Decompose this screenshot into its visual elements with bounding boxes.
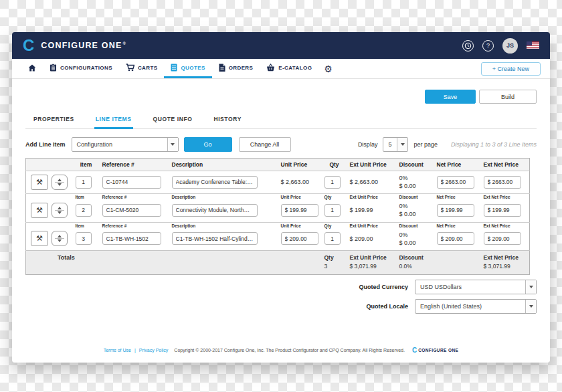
net-price-input[interactable] [437, 204, 474, 217]
add-line-item-select[interactable]: Configuration [72, 137, 179, 152]
tab-properties[interactable]: PROPERTIES [32, 112, 76, 129]
nav-carts[interactable]: CARTS [119, 59, 165, 78]
ext-unit-price-value: $ 209.00 [350, 235, 373, 242]
per-page-select[interactable]: 5 [383, 137, 408, 152]
item-number-input[interactable] [76, 232, 92, 245]
quote-detail-content: Save Build PROPERTIES LINE ITEMS QUOTE I… [12, 79, 550, 363]
clock-icon[interactable] [462, 40, 474, 52]
per-page-value: 5 [383, 141, 397, 148]
chevron-down-icon [167, 138, 178, 151]
quoted-locale-select[interactable]: English (United States) [415, 299, 537, 314]
help-icon[interactable]: ? [482, 40, 494, 52]
settings-gear-icon[interactable]: ⚙ [318, 59, 338, 78]
qty-input[interactable] [324, 204, 341, 217]
footer-logo-text: CONFIGURE ONE [418, 348, 458, 353]
mini-col-description: Description [169, 194, 278, 200]
us-flag-icon[interactable] [527, 39, 539, 52]
chevron-down-icon [525, 300, 536, 313]
tab-line-items[interactable]: LINE ITEMS [94, 112, 133, 129]
mini-col-unit-price: Unit Price [278, 194, 322, 200]
totals-ext-unit-price: Ext Unit Price$ 3,071.99 [347, 250, 397, 274]
col-ext-net-price: Ext Net Price [481, 159, 530, 171]
ext-net-price-input[interactable] [484, 204, 521, 217]
unit-price-input[interactable] [281, 232, 318, 245]
description-input[interactable] [172, 176, 258, 189]
footer-logo-icon: C [412, 347, 417, 354]
ext-unit-price-value: $ 2,663.00 [350, 179, 379, 185]
nav-label: E-CATALOG [278, 65, 312, 71]
unit-price-input[interactable] [281, 204, 318, 217]
actions-column-header [26, 159, 73, 171]
row-tools-icon[interactable]: ⚒ [31, 203, 48, 218]
tab-history[interactable]: HISTORY [212, 112, 243, 129]
qty-input[interactable] [324, 176, 341, 189]
row-tools-icon[interactable]: ⚒ [31, 175, 48, 190]
line-item-row-2: ⚒ $ 199.99 0%$ 0.00 [26, 199, 530, 222]
registered-mark: ® [123, 41, 127, 45]
repeat-header-row: Item Reference # Description Unit Price … [26, 194, 530, 200]
discount-value: 0%$ 0.00 [399, 174, 432, 190]
quotes-icon [171, 64, 177, 72]
totals-ext-net-price: Ext Net Price$ 3,071.99 [481, 250, 530, 274]
ext-unit-price-value: $ 199.99 [350, 207, 373, 213]
mini-col-ext-unit-price: Ext Unit Price [347, 194, 397, 200]
displaying-status: Displaying 1 to 3 of 3 Line Items [451, 141, 537, 148]
reference-input[interactable] [102, 232, 161, 245]
row-reorder-stepper[interactable] [52, 175, 68, 190]
item-number-input[interactable] [76, 176, 92, 189]
mini-col-description: Description [169, 222, 278, 228]
reference-input[interactable] [102, 204, 161, 217]
reference-input[interactable] [102, 176, 161, 189]
row-reorder-stepper[interactable] [52, 231, 68, 246]
col-unit-price: Unit Price [278, 159, 322, 171]
mini-col-qty: Qty [322, 222, 347, 228]
description-input[interactable] [172, 232, 258, 245]
basket-icon [266, 64, 275, 72]
brand-logo-icon: C [23, 37, 34, 54]
nav-quotes[interactable]: QUOTES [164, 59, 211, 78]
create-new-button[interactable]: + Create New [481, 62, 541, 76]
brand-name: CONFIGURE ONE® [41, 41, 126, 50]
ext-net-price-input[interactable] [484, 232, 521, 245]
nav-e-catalog[interactable]: E-CATALOG [260, 59, 318, 78]
nav-configurations[interactable]: CONFIGURATIONS [43, 59, 119, 78]
nav-orders[interactable]: ORDERS [212, 59, 260, 78]
qty-input[interactable] [324, 232, 341, 245]
row-reorder-stepper[interactable] [52, 203, 68, 218]
copyright-text: Copyright © 2000-2017 Configure One, Inc… [174, 348, 405, 353]
col-net-price: Net Price [434, 159, 481, 171]
table-header-row: Item Reference # Description Unit Price … [26, 159, 530, 171]
tab-quote-info[interactable]: QUOTE INFO [152, 112, 194, 129]
per-page-label: per page [413, 141, 438, 148]
home-icon [28, 64, 36, 72]
terms-of-use-link[interactable]: Terms of Use [104, 348, 131, 353]
main-nav: CONFIGURATIONS CARTS QUOTES ORDERS E-CAT… [12, 59, 550, 79]
privacy-policy-link[interactable]: Privacy Policy [139, 348, 169, 353]
footer-link-separator: | [134, 348, 136, 353]
totals-row: Totals Qty3 Ext Unit Price$ 3,071.99 Dis… [26, 250, 530, 274]
user-avatar[interactable]: JS [502, 38, 518, 54]
quoted-currency-select[interactable]: USD USDollars [415, 280, 537, 294]
row-tools-icon[interactable]: ⚒ [31, 231, 48, 246]
item-number-input[interactable] [76, 204, 92, 217]
description-input[interactable] [172, 204, 258, 217]
clipboard-icon [50, 64, 57, 72]
net-price-input[interactable] [437, 232, 474, 245]
col-reference: Reference # [100, 159, 169, 171]
totals-label: Totals [26, 250, 100, 274]
nav-home[interactable] [21, 59, 43, 78]
ext-net-price-input[interactable] [484, 176, 521, 189]
build-button[interactable]: Build [479, 90, 537, 104]
quoted-currency-row: Quoted Currency USD USDollars [25, 280, 537, 294]
change-all-button[interactable]: Change All [239, 137, 291, 152]
quoted-locale-value: English (United States) [415, 303, 525, 310]
totals-qty: Qty3 [322, 250, 347, 274]
col-ext-unit-price: Ext Unit Price [347, 159, 397, 171]
quote-tabs: PROPERTIES LINE ITEMS QUOTE INFO HISTORY [25, 112, 537, 129]
mini-col-ext-net-price: Ext Net Price [481, 194, 530, 200]
footer: Terms of Use | Privacy Policy Copyright … [25, 347, 537, 354]
go-button[interactable]: Go [184, 137, 232, 152]
quoted-locale-label: Quoted Locale [366, 303, 408, 310]
net-price-input[interactable] [437, 176, 474, 189]
save-button[interactable]: Save [425, 90, 476, 104]
